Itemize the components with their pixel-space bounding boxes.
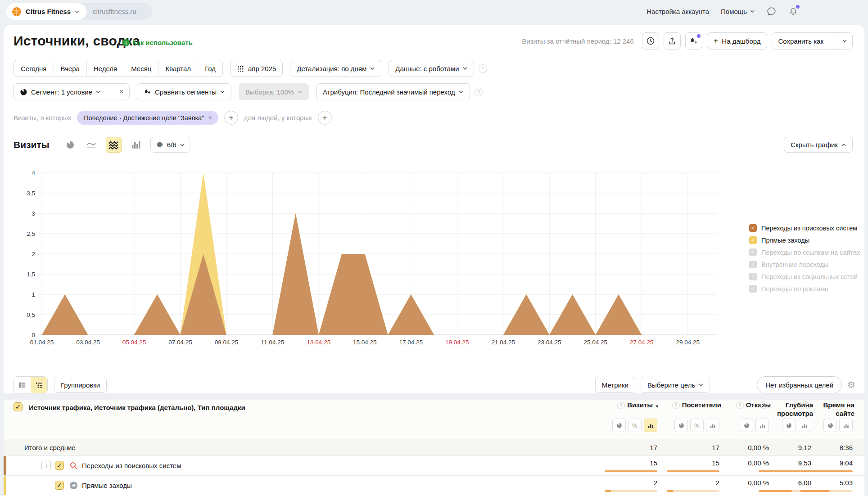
sampling-button[interactable]: Выборка: 100% bbox=[239, 83, 309, 100]
period-button-1[interactable]: Вчера bbox=[54, 60, 87, 77]
save-as-menu-toggle[interactable] bbox=[837, 33, 852, 49]
tree-view-button[interactable] bbox=[31, 377, 47, 393]
annotations-count: 6/6 bbox=[167, 141, 176, 149]
toggle-bars-button[interactable] bbox=[839, 419, 853, 432]
legend-item-4[interactable]: ✓Переходы из социальных сетей bbox=[749, 273, 860, 280]
remove-condition-icon[interactable]: × bbox=[208, 114, 212, 122]
hide-chart-button[interactable]: Скрыть график bbox=[784, 137, 853, 153]
expand-row-button[interactable]: + bbox=[41, 461, 51, 470]
chevron-down-icon bbox=[220, 90, 225, 94]
compare-segments-button[interactable]: Сравнить сегменты bbox=[137, 83, 231, 100]
period-button-2[interactable]: Неделя bbox=[87, 60, 124, 77]
chart-type-area-button[interactable] bbox=[106, 137, 122, 153]
attribution-button[interactable]: Атрибуция: Последний значимый переход bbox=[316, 83, 470, 100]
table-row-0[interactable]: +✓Переходы из поисковых систем15150,00 %… bbox=[4, 455, 864, 475]
export-button[interactable] bbox=[664, 32, 681, 50]
chevron-down-icon bbox=[75, 8, 79, 15]
segment-main[interactable]: Сегмент: 1 условие bbox=[14, 84, 106, 100]
row-checkbox[interactable]: ✓ bbox=[55, 481, 64, 490]
segment-button[interactable]: Сегмент: 1 условие × bbox=[14, 83, 130, 100]
legend-checkbox[interactable]: ✓ bbox=[749, 285, 757, 293]
legend-item-0[interactable]: ✓Переходы из поисковых систем bbox=[749, 224, 860, 232]
choose-goal-button[interactable]: Выберите цель bbox=[641, 377, 710, 393]
toggle-bars-button[interactable] bbox=[706, 419, 719, 432]
date-range-button[interactable]: апр 2025 bbox=[230, 60, 283, 77]
metrics-alerts-button[interactable] bbox=[685, 32, 702, 50]
notifications-bell-icon[interactable] bbox=[788, 6, 798, 17]
save-as-label[interactable]: Сохранить как bbox=[772, 33, 829, 49]
toggle-pie-button[interactable] bbox=[674, 419, 688, 432]
help-question-icon[interactable]: ? bbox=[479, 64, 487, 73]
visits-area-chart[interactable]: 00,511,522,533,5401.04.2503.04.2505.04.2… bbox=[18, 167, 717, 348]
account-settings-link[interactable]: Настройка аккаунта bbox=[646, 8, 709, 15]
add-visit-condition-button[interactable]: + bbox=[224, 111, 238, 125]
legend-checkbox[interactable]: ✓ bbox=[749, 248, 757, 256]
metric-value: 8:36 bbox=[785, 444, 853, 451]
chart-type-columns-button[interactable] bbox=[129, 138, 143, 152]
legend-item-1[interactable]: ✓Прямые заходы bbox=[749, 236, 860, 244]
clock-icon bbox=[646, 36, 655, 45]
time-settings-button[interactable] bbox=[642, 32, 659, 50]
segment-clear-button[interactable]: × bbox=[114, 84, 129, 100]
chart-type-pie-button[interactable] bbox=[63, 138, 77, 152]
chart-type-line-button[interactable] bbox=[85, 138, 98, 152]
metrics-button[interactable]: Метрики bbox=[595, 377, 635, 393]
metric-help-icon[interactable]: ? bbox=[672, 401, 680, 409]
legend-checkbox[interactable]: ✓ bbox=[749, 224, 757, 232]
column-chart-icon bbox=[131, 140, 140, 149]
column-header-0[interactable]: ?Визиты▼ bbox=[601, 401, 659, 411]
no-favorite-goals-pill[interactable]: Нет избранных целей bbox=[757, 376, 842, 393]
metric-help-icon[interactable]: ? bbox=[736, 401, 744, 409]
toggle-bars-button[interactable] bbox=[755, 419, 769, 432]
select-all-checkbox[interactable]: ✓ bbox=[14, 402, 23, 411]
mini-percent-icon: % bbox=[632, 422, 637, 429]
segment-condition-chip[interactable]: Поведение · Достижение цели "Заявка" × bbox=[77, 111, 218, 125]
toggle-bars-button[interactable] bbox=[798, 419, 811, 432]
toggle-pie-button[interactable] bbox=[612, 419, 626, 432]
toggle-pie-button[interactable] bbox=[740, 419, 753, 432]
period-button-4[interactable]: Квартал bbox=[158, 60, 198, 77]
row-source-icon bbox=[69, 481, 78, 491]
row-label[interactable]: Прямые заходы bbox=[82, 482, 132, 489]
help-menu[interactable]: Помощь bbox=[721, 8, 755, 15]
column-header-4[interactable]: ?Время на сайте bbox=[796, 401, 854, 418]
legend-item-3[interactable]: ✓Внутренние переходы bbox=[749, 261, 860, 268]
toggle-pie-button[interactable] bbox=[823, 419, 837, 432]
counter-pill[interactable]: Citrus Fitness bbox=[6, 3, 86, 20]
chat-icon[interactable] bbox=[766, 6, 777, 17]
legend-checkbox[interactable]: ✓ bbox=[749, 261, 757, 268]
row-label[interactable]: Переходы из поисковых систем bbox=[82, 462, 181, 469]
row-checkbox[interactable]: ✓ bbox=[55, 461, 64, 470]
how-to-use-link[interactable]: i Как использовать bbox=[122, 39, 193, 46]
add-to-dashboard-label: На дашборд bbox=[722, 37, 760, 45]
save-as-button[interactable]: Сохранить как bbox=[772, 32, 853, 50]
groupings-button[interactable]: Группировки bbox=[54, 377, 107, 393]
gear-icon[interactable]: ⚙ bbox=[847, 379, 855, 390]
notification-dot bbox=[697, 34, 701, 38]
table-view-toggle bbox=[14, 376, 48, 393]
toggle-percent-button[interactable]: % bbox=[690, 419, 704, 432]
legend-item-5[interactable]: ✓Переходы по рекламе bbox=[749, 285, 860, 293]
help-question-icon[interactable]: ? bbox=[475, 88, 483, 96]
metric-minibar bbox=[667, 470, 719, 472]
list-view-button[interactable] bbox=[14, 377, 31, 393]
legend-checkbox[interactable]: ✓ bbox=[749, 236, 757, 244]
data-robots-button[interactable]: Данные: с роботами bbox=[389, 60, 474, 77]
site-pill[interactable]: citrusfitness.ru · bbox=[86, 8, 152, 15]
period-button-3[interactable]: Месяц bbox=[124, 60, 158, 77]
annotations-button[interactable]: 6/6 bbox=[150, 137, 190, 153]
period-button-5[interactable]: Год bbox=[198, 60, 222, 77]
legend-item-2[interactable]: ✓Переходы по ссылкам на сайтах bbox=[749, 248, 860, 256]
toggle-bars-button[interactable] bbox=[644, 419, 657, 432]
add-people-condition-button[interactable]: + bbox=[318, 111, 332, 125]
table-row-1[interactable]: ✓Прямые заходы220,00 %6,005:03 bbox=[4, 475, 864, 495]
metric-help-icon[interactable]: ? bbox=[617, 401, 625, 409]
toggle-percent-button[interactable]: % bbox=[628, 419, 642, 432]
metric-help-icon[interactable]: ? bbox=[802, 401, 809, 409]
toggle-pie-button[interactable] bbox=[782, 419, 796, 432]
add-to-dashboard-button[interactable]: + На дашборд bbox=[707, 32, 768, 50]
metric-help-icon[interactable]: ? bbox=[760, 401, 768, 409]
detail-selector-button[interactable]: Детализация: по дням bbox=[290, 60, 381, 77]
period-button-0[interactable]: Сегодня bbox=[14, 60, 54, 77]
legend-checkbox[interactable]: ✓ bbox=[749, 273, 757, 280]
